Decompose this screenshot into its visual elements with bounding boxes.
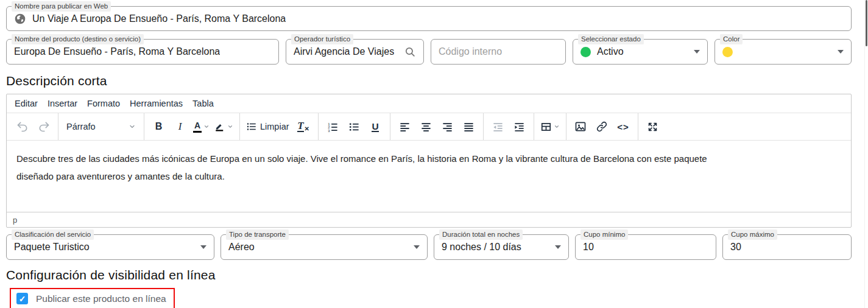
italic-button[interactable]: I bbox=[170, 117, 190, 137]
indent-button[interactable] bbox=[509, 117, 529, 137]
clean-formatting-button[interactable]: Limpiar bbox=[244, 117, 292, 137]
highlighter-icon bbox=[214, 121, 225, 132]
text-color-icon: A bbox=[193, 121, 202, 133]
undo-icon bbox=[16, 121, 29, 133]
max-quota-value: 30 bbox=[730, 242, 741, 253]
redo-button[interactable] bbox=[34, 117, 54, 137]
chevron-down-icon bbox=[554, 124, 560, 130]
product-form: Nombre para publicar en Web Un Viaje A E… bbox=[0, 0, 868, 308]
menu-tabla[interactable]: Tabla bbox=[188, 97, 219, 110]
editor-content-area[interactable]: Descubre tres de las ciudades más icónic… bbox=[7, 141, 851, 212]
align-center-icon bbox=[420, 121, 432, 133]
globe-icon bbox=[14, 13, 26, 25]
insert-link-button[interactable] bbox=[592, 117, 612, 137]
menu-herramientas[interactable]: Herramientas bbox=[125, 97, 188, 110]
publish-annotation-box: ✓ Publicar este producto en línea bbox=[10, 288, 175, 308]
paragraph-style-value: Párrafo bbox=[66, 122, 96, 131]
operator-field[interactable]: Operador turístico Airvi Agencia De Viaj… bbox=[286, 39, 424, 65]
source-code-button[interactable]: <> bbox=[613, 117, 633, 137]
product-name-label: Nombre del producto (destino o servicio) bbox=[12, 34, 144, 44]
publish-checkbox[interactable]: ✓ bbox=[16, 293, 28, 304]
web-name-value: Un Viaje A Europa De Ensueño - París, Ro… bbox=[32, 13, 286, 24]
description-text: Descubre tres de las ciudades más icónic… bbox=[16, 150, 738, 185]
clear-formatting-button[interactable]: T✕ bbox=[294, 117, 314, 137]
chevron-down-icon bbox=[200, 245, 206, 249]
svg-text:3: 3 bbox=[328, 128, 330, 132]
outdent-button[interactable] bbox=[488, 117, 508, 137]
rich-text-editor: Editar Insertar Formato Herramientas Tab… bbox=[6, 94, 852, 228]
numbered-list-button[interactable]: 123 bbox=[323, 117, 343, 137]
link-icon bbox=[596, 121, 608, 133]
chevron-down-icon bbox=[838, 50, 844, 54]
align-right-button[interactable] bbox=[437, 117, 457, 137]
paragraph-style-select[interactable]: Párrafo bbox=[63, 117, 139, 137]
status-dot-icon bbox=[580, 47, 591, 57]
bullet-list-icon bbox=[246, 121, 257, 132]
underline-icon: U bbox=[372, 122, 378, 132]
underline-button[interactable]: U bbox=[365, 117, 386, 137]
transport-value: Aéreo bbox=[228, 242, 255, 253]
bold-button[interactable]: B bbox=[149, 117, 169, 137]
element-path[interactable]: p bbox=[13, 215, 17, 225]
editor-toolbar: Párrafo B I A bbox=[7, 113, 851, 141]
chevron-down-icon bbox=[555, 245, 561, 249]
min-quota-value: 10 bbox=[583, 242, 594, 253]
chevron-down-icon bbox=[129, 123, 136, 130]
operator-label: Operador turístico bbox=[291, 34, 353, 44]
duration-value: 9 noches / 10 días bbox=[442, 242, 521, 253]
indent-icon bbox=[513, 121, 525, 133]
clear-formatting-icon: T✕ bbox=[297, 121, 309, 132]
text-color-button[interactable]: A bbox=[191, 117, 211, 137]
chevron-down-icon bbox=[694, 50, 700, 54]
min-quota-field[interactable]: Cupo mínimo 10 bbox=[575, 234, 716, 260]
max-quota-field[interactable]: Cupo máximo 30 bbox=[722, 234, 852, 260]
visibility-heading: Configuración de visibilidad en línea bbox=[6, 268, 852, 282]
duration-label: Duración total en noches bbox=[439, 229, 523, 240]
publish-checkbox-label[interactable]: Publicar este producto en línea bbox=[36, 293, 166, 304]
search-icon[interactable] bbox=[404, 46, 416, 58]
italic-icon: I bbox=[178, 121, 182, 133]
editor-menubar: Editar Insertar Formato Herramientas Tab… bbox=[7, 94, 851, 113]
menu-formato[interactable]: Formato bbox=[82, 97, 125, 110]
highlight-color-button[interactable] bbox=[213, 117, 235, 137]
redo-icon bbox=[38, 121, 50, 133]
menu-insertar[interactable]: Insertar bbox=[43, 97, 82, 110]
fullscreen-button[interactable] bbox=[643, 117, 663, 137]
max-quota-label: Cupo máximo bbox=[728, 229, 777, 240]
insert-image-button[interactable] bbox=[571, 117, 591, 137]
undo-button[interactable] bbox=[12, 117, 32, 137]
align-left-button[interactable] bbox=[395, 117, 415, 137]
status-select[interactable]: Seleccionar estado Activo bbox=[573, 39, 708, 65]
color-select[interactable]: Color bbox=[715, 39, 852, 65]
bullet-list-icon bbox=[348, 121, 360, 133]
table-button[interactable] bbox=[538, 117, 562, 137]
internal-code-field[interactable]: Código interno bbox=[431, 39, 566, 65]
vertical-scrollbar[interactable] bbox=[864, 0, 868, 308]
product-name-field[interactable]: Nombre del producto (destino o servicio)… bbox=[6, 39, 279, 65]
operator-value: Airvi Agencia De Viajes bbox=[294, 46, 394, 57]
code-icon: <> bbox=[617, 122, 629, 132]
bold-icon: B bbox=[155, 121, 163, 132]
image-icon bbox=[574, 121, 587, 133]
menu-editar[interactable]: Editar bbox=[10, 97, 43, 110]
classification-select[interactable]: Clasificación del servicio Paquete Turis… bbox=[6, 234, 214, 260]
short-description-heading: Descripción corta bbox=[6, 74, 852, 88]
table-icon bbox=[540, 121, 552, 133]
web-name-label: Nombre para publicar en Web bbox=[12, 1, 111, 12]
scrollbar-thumb[interactable] bbox=[866, 0, 867, 46]
transport-label: Tipo de transporte bbox=[226, 229, 289, 240]
classification-label: Clasificación del servicio bbox=[12, 229, 94, 240]
align-justify-button[interactable] bbox=[459, 117, 479, 137]
duration-select[interactable]: Duración total en noches 9 noches / 10 d… bbox=[434, 234, 569, 260]
outdent-icon bbox=[492, 121, 504, 133]
chevron-down-icon bbox=[203, 124, 210, 130]
clean-label: Limpiar bbox=[260, 122, 289, 131]
internal-code-placeholder: Código interno bbox=[439, 46, 502, 57]
web-name-field[interactable]: Nombre para publicar en Web Un Viaje A E… bbox=[6, 6, 852, 31]
align-justify-icon bbox=[463, 121, 475, 133]
product-name-value: Europa De Ensueño - París, Roma Y Barcel… bbox=[14, 46, 220, 57]
bullet-list-button[interactable] bbox=[344, 117, 364, 137]
align-center-button[interactable] bbox=[416, 117, 436, 137]
transport-select[interactable]: Tipo de transporte Aéreo bbox=[221, 234, 428, 260]
classification-value: Paquete Turistico bbox=[14, 242, 90, 253]
